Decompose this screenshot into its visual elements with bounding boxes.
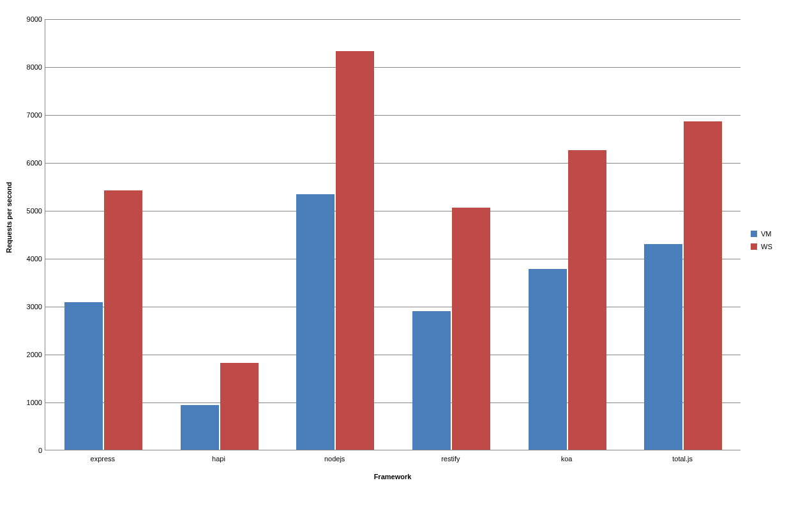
y-tick-label: 9000: [4, 15, 42, 23]
x-tick-label: express: [91, 455, 116, 463]
bar-vm: [529, 269, 567, 450]
gridline: [45, 19, 741, 20]
y-tick-label: 6000: [4, 159, 42, 167]
gridline: [45, 115, 741, 116]
y-tick-label: 7000: [4, 111, 42, 119]
bar-ws: [684, 121, 722, 450]
legend-swatch-vm: [751, 231, 757, 237]
x-tick-label: nodejs: [324, 455, 345, 463]
y-tick-label: 1000: [4, 399, 42, 406]
y-tick-label: 3000: [4, 303, 42, 310]
gridline: [45, 355, 741, 355]
legend-item-vm: VM: [751, 230, 772, 238]
gridline: [45, 259, 741, 259]
x-tick-label: restify: [441, 455, 460, 463]
y-tick-label: 0: [4, 447, 42, 454]
bar-vm: [181, 405, 219, 450]
bar-vm: [412, 311, 451, 450]
y-tick-label: 4000: [4, 255, 42, 263]
bar-ws: [568, 150, 606, 450]
x-tick-label: total.js: [672, 455, 693, 463]
gridline: [45, 163, 741, 164]
bar-vm: [296, 194, 335, 450]
chart-container: Requests per second Framework VM WS 0100…: [0, 0, 812, 506]
legend-label-ws: WS: [761, 243, 772, 250]
plot-area: [45, 19, 741, 450]
x-axis-title: Framework: [45, 473, 741, 480]
x-tick-label: hapi: [212, 455, 225, 463]
gridline: [45, 67, 741, 68]
y-axis-title: Requests per second: [5, 182, 13, 253]
bar-ws: [452, 208, 490, 450]
bar-ws: [104, 190, 142, 450]
legend-item-ws: WS: [751, 243, 772, 250]
bar-vm: [64, 302, 103, 450]
bar-ws: [336, 51, 374, 450]
bar-ws: [220, 363, 259, 450]
y-tick-label: 2000: [4, 351, 42, 358]
legend: VM WS: [751, 230, 772, 256]
y-tick-label: 8000: [4, 63, 42, 71]
gridline: [45, 211, 741, 211]
bar-vm: [644, 244, 682, 450]
gridline: [45, 307, 741, 307]
legend-swatch-ws: [751, 243, 757, 250]
legend-label-vm: VM: [761, 230, 772, 238]
gridline: [45, 402, 741, 403]
y-tick-label: 5000: [4, 207, 42, 215]
x-tick-label: koa: [561, 455, 573, 463]
